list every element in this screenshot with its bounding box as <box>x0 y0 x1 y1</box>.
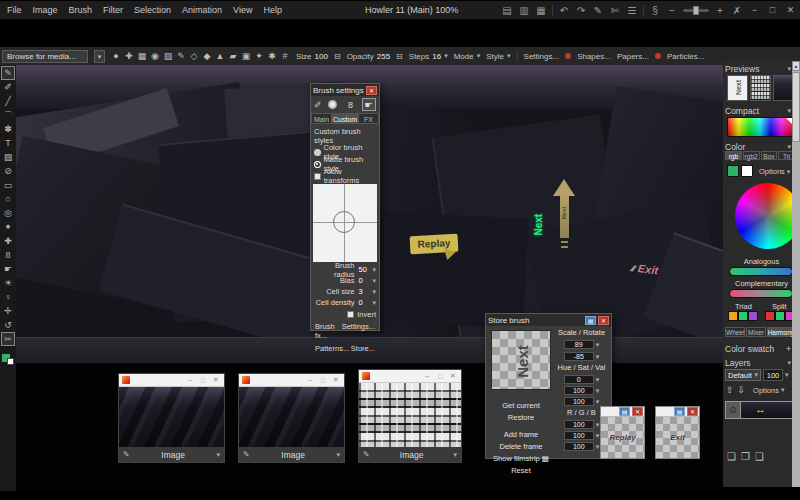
rectangle-tool[interactable]: ▭ <box>1 178 15 192</box>
list-icon[interactable]: ☰ <box>626 5 638 16</box>
hsv-value[interactable]: 100 <box>564 397 594 406</box>
close-button[interactable]: ✕ <box>784 5 797 15</box>
opacity-stepper-icon[interactable]: ⊟ <box>396 52 403 61</box>
brush-thumbnail[interactable]: Replay <box>601 417 644 458</box>
dropdown-icon[interactable]: ▾ <box>596 432 600 440</box>
menu-item[interactable]: Brush <box>69 5 93 15</box>
preset-cross[interactable]: ✚ <box>124 51 134 61</box>
collapse-icon[interactable]: ▾ <box>787 65 791 73</box>
pin-panel-icon[interactable]: ▤ <box>674 407 685 416</box>
dropdown-icon[interactable]: ▾ <box>372 299 376 307</box>
add-frame-button[interactable]: Add frame <box>491 429 551 441</box>
tab-mixer[interactable]: Mixer <box>746 327 765 337</box>
analogous-bar[interactable] <box>729 267 793 276</box>
papers-button[interactable]: Papers... <box>617 52 649 61</box>
triad-swatch[interactable] <box>738 311 748 321</box>
layer-options-dropdown[interactable]: Options ▾ <box>753 386 784 395</box>
duplicate-layer-icon[interactable]: ❐ <box>741 451 750 462</box>
bias[interactable]: Bias 0 ▾ <box>311 275 379 286</box>
dropdown-icon[interactable]: ▾ <box>372 288 376 296</box>
image-window-2[interactable]: − □ ✕ ✎ Image ▾ <box>238 373 345 463</box>
tab-custom[interactable]: Custom <box>332 113 358 124</box>
dropdown-icon[interactable]: ▾ <box>453 451 457 459</box>
dropdown-icon[interactable]: ▾ <box>596 341 600 349</box>
maximize-button[interactable]: □ <box>766 5 779 15</box>
scale-value[interactable]: 89 <box>564 340 594 349</box>
tab-fx[interactable]: FX <box>358 113 379 124</box>
preset-triangle[interactable]: ▲ <box>215 51 225 61</box>
compact-color-picker[interactable] <box>727 117 793 137</box>
close-icon[interactable]: ✕ <box>211 376 221 384</box>
preset-box[interactable]: ▣ <box>241 51 251 61</box>
mini-window-titlebar[interactable]: ▤ ✕ <box>601 407 644 417</box>
shapes-button[interactable]: Shapes... <box>577 52 611 61</box>
dropdown-icon[interactable]: ▾ <box>596 353 600 361</box>
pen-pressure-icon[interactable]: ✗ <box>731 5 743 16</box>
dropdown-icon[interactable]: ▾ <box>596 398 600 406</box>
tab-rgb[interactable]: rgb <box>725 151 742 160</box>
currency-icon[interactable]: § <box>649 5 661 16</box>
close-icon[interactable]: ✕ <box>632 407 643 416</box>
tab-main[interactable]: Main <box>311 113 332 124</box>
round-brush-button[interactable] <box>326 98 340 111</box>
spray-tool[interactable]: ✽ <box>1 122 15 136</box>
noise-preview-thumb[interactable] <box>750 75 771 101</box>
complementary-bar[interactable] <box>729 289 793 298</box>
menu-item[interactable]: Animation <box>182 5 222 15</box>
collapse-icon[interactable]: ▾ <box>787 143 791 151</box>
menu-item[interactable]: File <box>7 5 22 15</box>
image-thumbnail[interactable] <box>119 387 224 447</box>
tab-box[interactable]: Box <box>761 151 778 160</box>
store-button[interactable]: Store... <box>351 344 375 353</box>
paint-tool[interactable]: ✎ <box>1 66 15 80</box>
preset-spark[interactable]: ✱ <box>267 51 277 61</box>
key-tool[interactable]: ♀ <box>1 290 15 304</box>
minimize-icon[interactable]: − <box>422 373 432 380</box>
store-brush-titlebar[interactable]: Store brush ▤ ✕ <box>486 314 611 326</box>
pin-panel-icon[interactable]: ▤ <box>585 316 596 325</box>
pencil-icon[interactable]: ✎ <box>123 450 130 459</box>
brush-fx-button[interactable]: Brush fx... <box>315 322 342 340</box>
ellipse-tool[interactable]: ⊘ <box>1 164 15 178</box>
menu-item[interactable]: Image <box>33 5 58 15</box>
cell-density[interactable]: Cell density 0 ▾ <box>311 297 379 308</box>
blend-mode-dropdown[interactable]: Default ▾ <box>725 369 761 381</box>
draw-icon[interactable]: ✎ <box>592 5 604 16</box>
text-tool[interactable]: T <box>1 136 15 150</box>
tab-wheel[interactable]: Wheel <box>725 327 745 337</box>
collapse-icon[interactable]: ▾ <box>787 107 791 115</box>
brush-thumbnail[interactable]: Exit <box>656 417 699 458</box>
tab-rgb2[interactable]: rgb2 <box>743 151 760 160</box>
scrollbar-thumb[interactable] <box>792 72 800 142</box>
primary-color-swatch[interactable] <box>727 165 739 177</box>
opacity-control[interactable]: Opacity 255 <box>347 52 390 61</box>
rgb-value[interactable]: 100 <box>564 442 594 451</box>
preset-grid[interactable]: ▦ <box>137 51 147 61</box>
cell-size[interactable]: Cell size 3 ▾ <box>311 286 379 297</box>
hsv-value-control[interactable]: 0 ▾ <box>554 374 609 385</box>
delete-frame-button[interactable]: Delete frame <box>491 441 551 453</box>
close-icon[interactable]: ✕ <box>687 407 698 416</box>
previews-header[interactable]: Previews ▾ <box>725 63 791 74</box>
cut-icon[interactable]: ✄ <box>609 5 621 16</box>
preset-hash[interactable]: # <box>280 51 290 61</box>
color-swatch-header[interactable]: Color swatch + <box>725 343 791 354</box>
color-swatch-widget[interactable] <box>1 353 15 367</box>
hand-tool[interactable]: ☛ <box>1 262 15 276</box>
layer-up-icon[interactable]: ⇧ <box>726 385 734 395</box>
close-icon[interactable]: ✕ <box>366 86 377 95</box>
image-thumbnail[interactable] <box>359 383 461 447</box>
menu-item[interactable]: Help <box>263 5 282 15</box>
dropdown-icon[interactable]: ▾ <box>596 376 600 384</box>
exit-brush-window[interactable]: ▤ ✕ Exit <box>655 406 700 459</box>
layout-single-icon[interactable]: ▤ <box>501 5 513 16</box>
layer-opacity-value[interactable]: 100 <box>763 369 783 381</box>
mode-dropdown[interactable]: Mode ▾ <box>454 52 481 61</box>
new-layer-icon[interactable]: ❏ <box>727 451 736 462</box>
layers-header[interactable]: Layers ▾ <box>725 357 791 368</box>
layer-row[interactable]: ⊙ ↔ <box>725 401 795 419</box>
split-swatch[interactable] <box>775 311 785 321</box>
settings-button[interactable]: Settings... <box>342 322 375 340</box>
dual-brush-button[interactable]: 8 <box>344 98 358 111</box>
pin-panel-icon[interactable]: ▤ <box>619 407 630 416</box>
